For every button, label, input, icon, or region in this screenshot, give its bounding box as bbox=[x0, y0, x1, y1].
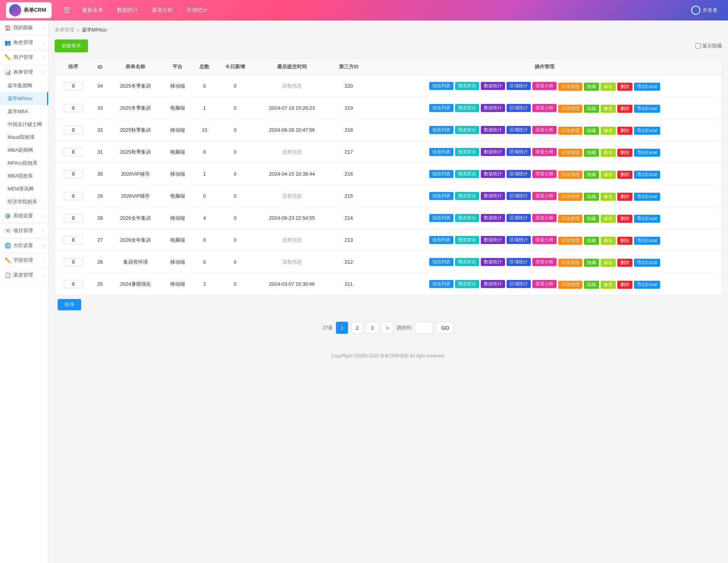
sidebar-item-mba-news[interactable]: MBA新闻网 bbox=[0, 144, 48, 157]
page-btn-3[interactable]: 3 bbox=[366, 322, 378, 334]
action-btn-导出Excel[interactable]: 导出Excel bbox=[634, 171, 660, 179]
action-btn-预览前台[interactable]: 预览前台 bbox=[455, 192, 479, 200]
sidebar-group-header-channel[interactable]: 📋 渠道管理 › bbox=[0, 268, 48, 282]
action-btn-删除[interactable]: 删除 bbox=[617, 215, 632, 223]
page-btn-2[interactable]: 2 bbox=[351, 322, 363, 334]
action-btn-渠道分析[interactable]: 渠道分析 bbox=[532, 258, 557, 266]
action-btn-字段管理[interactable]: 字段管理 bbox=[558, 171, 582, 179]
action-btn-字段管理[interactable]: 字段管理 bbox=[558, 237, 582, 245]
action-btn-修改[interactable]: 修改 bbox=[601, 281, 616, 289]
rank-input[interactable] bbox=[64, 82, 83, 90]
sort-button[interactable]: 排序 bbox=[58, 299, 81, 310]
action-btn-预览前台[interactable]: 预览前台 bbox=[455, 236, 479, 244]
action-btn-修改[interactable]: 修改 bbox=[601, 83, 616, 91]
nav-latest[interactable]: 最新表单 bbox=[76, 5, 109, 16]
sidebar-item-econ[interactable]: 经济学院校库 bbox=[0, 195, 48, 208]
action-btn-字段管理[interactable]: 字段管理 bbox=[558, 281, 582, 289]
action-btn-隐藏[interactable]: 隐藏 bbox=[584, 193, 599, 201]
action-btn-修改[interactable]: 修改 bbox=[601, 149, 616, 157]
action-btn-渠道分析[interactable]: 渠道分析 bbox=[532, 236, 557, 244]
action-btn-区域统计[interactable]: 区域统计 bbox=[507, 280, 531, 288]
action-btn-区域统计[interactable]: 区域统计 bbox=[507, 126, 531, 134]
action-btn-删除[interactable]: 删除 bbox=[617, 105, 632, 113]
rank-input[interactable] bbox=[64, 192, 83, 200]
action-btn-数据统计[interactable]: 数据统计 bbox=[481, 82, 505, 90]
sidebar-item-jiaxue-mba[interactable]: 嘉学MBA bbox=[0, 105, 48, 118]
hamburger-icon[interactable]: ☰ bbox=[59, 3, 74, 17]
create-form-button[interactable]: 创建表单 bbox=[55, 39, 88, 52]
rank-input[interactable] bbox=[64, 126, 83, 134]
action-btn-隐藏[interactable]: 隐藏 bbox=[584, 259, 599, 267]
action-btn-数据统计[interactable]: 数据统计 bbox=[481, 280, 505, 288]
action-btn-修改[interactable]: 修改 bbox=[601, 171, 616, 179]
action-btn-渠道分析[interactable]: 渠道分析 bbox=[532, 148, 557, 156]
action-btn-修改[interactable]: 修改 bbox=[601, 215, 616, 223]
action-btn-删除[interactable]: 删除 bbox=[617, 281, 632, 289]
action-btn-渠道分析[interactable]: 渠道分析 bbox=[532, 214, 557, 222]
action-btn-数据统计[interactable]: 数据统计 bbox=[481, 170, 505, 178]
action-btn-字段管理[interactable]: 字段管理 bbox=[558, 215, 582, 223]
action-btn-修改[interactable]: 修改 bbox=[601, 127, 616, 135]
action-btn-预览前台[interactable]: 预览前台 bbox=[455, 82, 479, 90]
action-btn-删除[interactable]: 删除 bbox=[617, 171, 632, 179]
rank-input[interactable] bbox=[64, 258, 83, 266]
action-btn-区域统计[interactable]: 区域统计 bbox=[507, 170, 531, 178]
action-btn-预览前台[interactable]: 预览前台 bbox=[455, 258, 479, 266]
nav-channel[interactable]: 渠道分析 bbox=[146, 5, 179, 16]
sidebar-group-header-form[interactable]: 📊 表单管理 › bbox=[0, 65, 48, 79]
action-btn-区域统计[interactable]: 区域统计 bbox=[507, 82, 531, 90]
action-btn-区域统计[interactable]: 区域统计 bbox=[507, 192, 531, 200]
rank-input[interactable] bbox=[64, 148, 83, 156]
action-btn-导出Excel[interactable]: 导出Excel bbox=[634, 127, 660, 135]
action-btn-字段管理[interactable]: 字段管理 bbox=[558, 83, 582, 91]
sidebar-item-jiaxue-mpacc[interactable]: 嘉学MPAcc bbox=[0, 92, 48, 105]
action-btn-隐藏[interactable]: 隐藏 bbox=[584, 237, 599, 245]
action-btn-删除[interactable]: 删除 bbox=[617, 193, 632, 201]
action-btn-信息列表[interactable]: 信息列表 bbox=[429, 82, 453, 90]
action-btn-数据统计[interactable]: 数据统计 bbox=[481, 104, 505, 112]
action-btn-字段管理[interactable]: 字段管理 bbox=[558, 193, 582, 201]
sidebar-item-mpacc-lib[interactable]: MPAcc院校库 bbox=[0, 157, 48, 170]
action-btn-信息列表[interactable]: 信息列表 bbox=[429, 214, 453, 222]
nav-data[interactable]: 数据统计 bbox=[111, 5, 144, 16]
action-btn-渠道分析[interactable]: 渠道分析 bbox=[532, 170, 557, 178]
action-btn-预览前台[interactable]: 预览前台 bbox=[455, 280, 479, 288]
sidebar-group-header-field[interactable]: ✏️ 字段管理 › bbox=[0, 253, 48, 267]
action-btn-导出Excel[interactable]: 导出Excel bbox=[634, 83, 660, 91]
action-btn-预览前台[interactable]: 预览前台 bbox=[455, 148, 479, 156]
sidebar-group-header-role[interactable]: 👥 角色管理 › bbox=[0, 35, 48, 50]
action-btn-导出Excel[interactable]: 导出Excel bbox=[634, 281, 660, 289]
nav-region[interactable]: 区域统计 bbox=[180, 5, 214, 16]
action-btn-字段管理[interactable]: 字段管理 bbox=[558, 105, 582, 113]
action-btn-数据统计[interactable]: 数据统计 bbox=[481, 192, 505, 200]
sidebar-group-header-proj[interactable]: 📧 项目管理 › bbox=[0, 223, 48, 238]
action-btn-预览前台[interactable]: 预览前台 bbox=[455, 170, 479, 178]
action-btn-信息列表[interactable]: 信息列表 bbox=[429, 192, 453, 200]
show-hidden-checkbox[interactable] bbox=[695, 43, 701, 49]
rank-input[interactable] bbox=[64, 236, 83, 244]
action-btn-导出Excel[interactable]: 导出Excel bbox=[634, 259, 660, 267]
sidebar-item-maud[interactable]: Maud院校库 bbox=[0, 131, 48, 144]
action-btn-导出Excel[interactable]: 导出Excel bbox=[634, 105, 660, 113]
action-btn-渠道分析[interactable]: 渠道分析 bbox=[532, 104, 557, 112]
sidebar-group-header-user[interactable]: ✏️ 用户管理 › bbox=[0, 50, 48, 64]
action-btn-预览前台[interactable]: 预览前台 bbox=[455, 126, 479, 134]
page-btn-1[interactable]: 1 bbox=[336, 322, 348, 334]
sidebar-item-mba-lib[interactable]: MBA院校库 bbox=[0, 170, 48, 182]
action-btn-修改[interactable]: 修改 bbox=[601, 193, 616, 201]
sidebar-item-mem[interactable]: MEM资讯网 bbox=[0, 182, 48, 195]
action-btn-隐藏[interactable]: 隐藏 bbox=[584, 149, 599, 157]
action-btn-渠道分析[interactable]: 渠道分析 bbox=[532, 280, 557, 288]
rank-input[interactable] bbox=[64, 280, 83, 288]
action-btn-数据统计[interactable]: 数据统计 bbox=[481, 258, 505, 266]
action-btn-删除[interactable]: 删除 bbox=[617, 237, 632, 245]
action-btn-信息列表[interactable]: 信息列表 bbox=[429, 148, 453, 156]
sidebar-group-header-region[interactable]: 🌐 大区设置 › bbox=[0, 238, 48, 253]
action-btn-信息列表[interactable]: 信息列表 bbox=[429, 126, 453, 134]
action-btn-隐藏[interactable]: 隐藏 bbox=[584, 83, 599, 91]
pagination-goto-input[interactable] bbox=[414, 322, 433, 334]
action-btn-数据统计[interactable]: 数据统计 bbox=[481, 214, 505, 222]
action-btn-导出Excel[interactable]: 导出Excel bbox=[634, 237, 660, 245]
action-btn-修改[interactable]: 修改 bbox=[601, 259, 616, 267]
action-btn-区域统计[interactable]: 区域统计 bbox=[507, 236, 531, 244]
